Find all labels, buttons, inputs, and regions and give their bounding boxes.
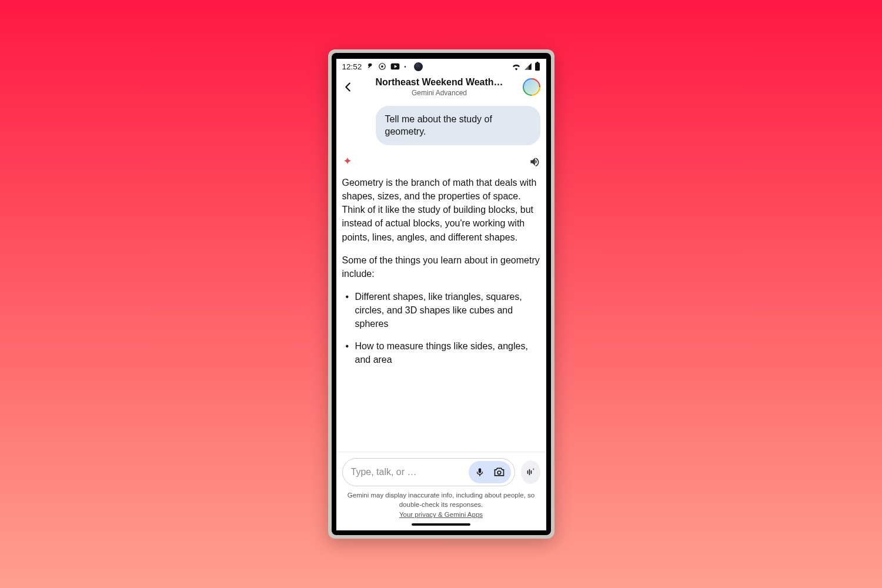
svg-point-5 <box>497 471 501 475</box>
chevron-left-icon <box>342 81 355 93</box>
mic-camera-group <box>469 461 511 483</box>
input-area: Gemini may display inaccurate info, incl… <box>336 452 546 530</box>
chrome-icon <box>378 62 386 71</box>
conversation-subtitle: Gemini Advanced <box>361 89 518 97</box>
app-header: Northeast Weekend Weath… Gemini Advanced <box>336 74 546 101</box>
assistant-paragraph: Some of the things you learn about in ge… <box>342 253 540 280</box>
svg-point-1 <box>381 65 383 68</box>
phone-bezel: 12:52 • <box>332 53 551 535</box>
assistant-bullet-list: Different shapes, like triangles, square… <box>342 290 540 366</box>
disclaimer: Gemini may display inaccurate info, incl… <box>342 491 540 520</box>
microphone-icon <box>475 467 485 477</box>
app-indicator-icon <box>366 62 374 71</box>
list-item: How to measure things like sides, angles… <box>346 339 540 366</box>
conversation-title: Northeast Weekend Weath… <box>361 76 518 88</box>
waveform-sparkle-icon <box>525 467 536 477</box>
camera-button[interactable] <box>493 467 505 477</box>
battery-icon <box>534 62 540 71</box>
avatar-image <box>524 79 539 95</box>
phone-frame: 12:52 • <box>328 49 554 539</box>
user-message-bubble: Tell me about the study of geometry. <box>376 106 540 145</box>
wifi-icon <box>511 62 522 71</box>
assistant-header <box>342 156 540 170</box>
conversation-area[interactable]: Tell me about the study of geometry. Geo… <box>336 101 546 452</box>
status-dot-separator: • <box>404 64 406 70</box>
profile-avatar[interactable] <box>523 78 540 96</box>
disclaimer-text: Gemini may display inaccurate info, incl… <box>348 492 534 508</box>
assistant-message: Geometry is the branch of math that deal… <box>342 176 540 366</box>
message-input[interactable] <box>351 467 469 477</box>
gemini-sparkle-icon <box>342 156 353 169</box>
list-item: Different shapes, like triangles, square… <box>346 290 540 331</box>
screen: 12:52 • <box>336 59 546 530</box>
user-message-row: Tell me about the study of geometry. <box>342 106 540 145</box>
camera-icon <box>493 467 505 477</box>
svg-rect-4 <box>536 62 538 63</box>
gemini-live-button[interactable] <box>521 460 540 484</box>
status-bar: 12:52 • <box>336 59 546 74</box>
status-time: 12:52 <box>342 62 362 71</box>
speaker-icon <box>529 156 540 168</box>
read-aloud-button[interactable] <box>529 156 540 170</box>
mic-button[interactable] <box>475 467 485 477</box>
youtube-icon <box>390 63 400 70</box>
front-camera <box>414 62 423 71</box>
privacy-link[interactable]: Your privacy & Gemini Apps <box>399 510 483 520</box>
assistant-paragraph: Geometry is the branch of math that deal… <box>342 176 540 244</box>
back-button[interactable] <box>340 79 356 95</box>
signal-icon <box>524 62 532 71</box>
svg-rect-3 <box>535 63 540 71</box>
message-input-pill[interactable] <box>342 458 515 486</box>
home-indicator[interactable] <box>412 523 470 526</box>
